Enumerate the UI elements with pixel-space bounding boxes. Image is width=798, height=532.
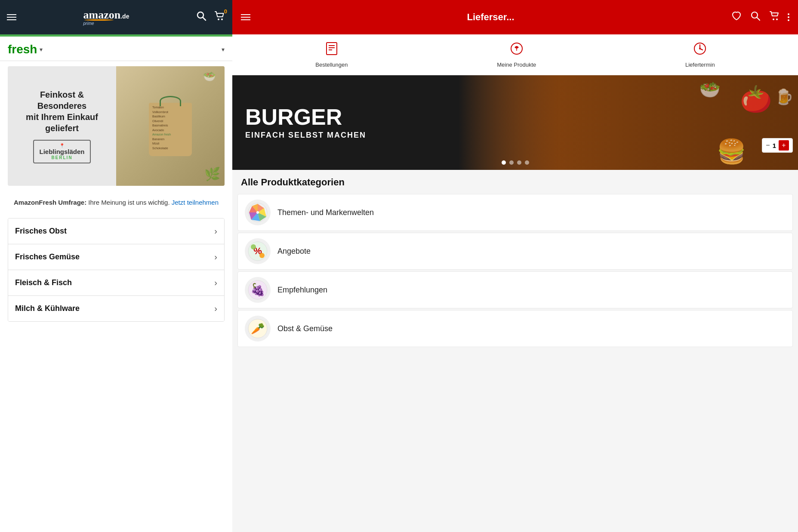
- svg-point-7: [776, 18, 778, 20]
- category-label-milch: Milch & Kühlware: [15, 304, 80, 313]
- svg-line-5: [757, 18, 760, 21]
- search-button[interactable]: [196, 11, 206, 24]
- banner-left-content: Feinkost & Besonderes mit Ihrem Einkauf …: [8, 66, 116, 186]
- chevron-icon-gemuese: ›: [214, 252, 217, 262]
- svg-text:🍇: 🍇: [250, 283, 265, 297]
- meine-produkte-icon: [509, 41, 524, 59]
- right-search-icon[interactable]: [750, 10, 761, 24]
- nav-icons-row: Bestellungen Meine Produkte: [232, 34, 798, 75]
- banner-title: Feinkost & Besonderes mit Ihrem Einkauf …: [16, 89, 108, 134]
- themen-icon: [245, 200, 271, 225]
- category-list: Frisches Obst › Frisches Gemüse › Fleisc…: [8, 218, 225, 322]
- obst-gemuese-label: Obst & Gemüse: [277, 324, 333, 333]
- badge-city: BERLIN: [39, 155, 84, 160]
- more-options-icon[interactable]: [788, 13, 789, 21]
- banner-dot-4[interactable]: [525, 160, 529, 165]
- add-to-cart-button[interactable]: +: [779, 140, 789, 151]
- svg-point-16: [699, 48, 701, 49]
- svg-point-6: [773, 18, 774, 20]
- add-to-cart-widget: − 1 +: [762, 138, 793, 153]
- meine-produkte-label: Meine Produkte: [497, 62, 536, 68]
- svg-point-22: [259, 253, 265, 258]
- banner-dot-3[interactable]: [517, 160, 521, 165]
- cart-button[interactable]: 0: [213, 10, 225, 25]
- lieblingslaeden-badge: 📍 Lieblingsläden BERLIN: [33, 140, 90, 163]
- category-item-empfehlungen[interactable]: 🍇 Empfehlungen: [237, 271, 793, 308]
- wishlist-icon[interactable]: [731, 10, 742, 24]
- angebote-icon: %: [245, 238, 271, 264]
- bestellungen-icon: [324, 41, 339, 59]
- burger-banner: BURGER EINFACH SELBST MACHEN 🍅 🍔 🥗 🍺 − 1…: [232, 75, 798, 170]
- prime-label: prime: [83, 21, 94, 26]
- category-item-angebote[interactable]: % Angebote: [237, 233, 793, 270]
- liefertermin-label: Liefertermin: [685, 62, 715, 68]
- svg-line-1: [203, 18, 206, 21]
- right-hamburger-icon[interactable]: [241, 14, 250, 20]
- angebote-label: Angebote: [277, 247, 311, 256]
- cart-badge: 0: [224, 8, 227, 15]
- amazon-logo[interactable]: amazon .de prime: [22, 9, 191, 26]
- category-item-fleisch[interactable]: Fleisch & Fisch ›: [8, 270, 224, 296]
- banner-dot-1[interactable]: [502, 160, 506, 165]
- survey-bold-text: AmazonFresh Umfrage:: [14, 199, 86, 206]
- product-categories: Themen- und Markenwelten % Angebote 🍇 E: [232, 192, 798, 357]
- svg-point-2: [218, 18, 219, 20]
- category-label-fleisch: Fleisch & Fisch: [15, 278, 72, 287]
- themen-label: Themen- und Markenwelten: [277, 208, 374, 217]
- category-item-themen[interactable]: Themen- und Markenwelten: [237, 194, 793, 231]
- badge-pin-icon: 📍: [39, 143, 84, 148]
- remove-from-cart-button[interactable]: −: [766, 141, 770, 149]
- chevron-icon-fleisch: ›: [214, 278, 217, 288]
- survey-section: AmazonFresh Umfrage: Ihre Meinung ist un…: [0, 191, 232, 215]
- fresh-dropdown-arrow[interactable]: ▾: [40, 46, 43, 53]
- alle-produktkategorien-title: Alle Produktkategorien: [232, 170, 798, 192]
- cart-quantity: 1: [773, 142, 776, 149]
- banner-right-content: Tomaten Vollkornbrot Basilikum Olivenöl …: [116, 66, 225, 186]
- hamburger-menu-icon[interactable]: [7, 14, 16, 20]
- right-header-icons: [731, 10, 789, 24]
- survey-normal-text: Ihre Meinung ist uns wichtig.: [88, 199, 169, 206]
- banner-dots: [502, 160, 529, 165]
- banner-dot-2[interactable]: [509, 160, 514, 165]
- badge-name: Lieblingsläden: [39, 148, 84, 155]
- svg-point-3: [221, 18, 223, 20]
- nav-bestellungen[interactable]: Bestellungen: [315, 41, 348, 68]
- category-item-gemuese[interactable]: Frisches Gemüse ›: [8, 244, 224, 270]
- left-panel: amazon .de prime 0: [0, 0, 232, 532]
- category-label-obst: Frisches Obst: [15, 227, 67, 236]
- right-panel: Lieferser...: [232, 0, 798, 532]
- bestellungen-label: Bestellungen: [315, 62, 348, 68]
- chevron-icon-milch: ›: [214, 304, 217, 314]
- category-item-obst[interactable]: Frisches Obst ›: [8, 218, 224, 244]
- breadcrumb: fresh ▾ ▾: [0, 37, 232, 61]
- svg-rect-8: [327, 43, 337, 55]
- burger-text-area: BURGER EINFACH SELBST MACHEN: [232, 93, 379, 153]
- left-header: amazon .de prime 0: [0, 0, 232, 34]
- chevron-icon-obst: ›: [214, 226, 217, 236]
- left-header-icons: 0: [196, 10, 225, 25]
- survey-link[interactable]: Jetzt teilnehmen: [172, 199, 219, 206]
- svg-point-21: [251, 244, 256, 249]
- burger-food-image: 🍅 🍔 🥗 🍺: [459, 75, 798, 170]
- category-label-gemuese: Frisches Gemüse: [15, 252, 80, 261]
- right-header: Lieferser...: [232, 0, 798, 34]
- liefertermin-icon: [693, 41, 707, 59]
- amazon-smile-line: [84, 19, 114, 21]
- burger-big-title: BURGER: [245, 106, 366, 128]
- nav-liefertermin[interactable]: Liefertermin: [685, 41, 715, 68]
- obst-gemuese-icon: 🥕: [245, 316, 271, 341]
- svg-text:🥕: 🥕: [251, 322, 265, 335]
- empfehlungen-label: Empfehlungen: [277, 286, 327, 295]
- fresh-label[interactable]: fresh: [8, 43, 37, 56]
- empfehlungen-icon: 🍇: [245, 277, 271, 303]
- category-dropdown-arrow[interactable]: ▾: [222, 46, 225, 53]
- right-app-title: Lieferser...: [256, 12, 725, 23]
- promo-banner: Feinkost & Besonderes mit Ihrem Einkauf …: [8, 66, 225, 186]
- svg-point-18: [256, 211, 259, 214]
- right-cart-icon[interactable]: [769, 10, 780, 24]
- category-item-milch[interactable]: Milch & Kühlware ›: [8, 296, 224, 321]
- category-item-obst-gemuese[interactable]: 🥕 Obst & Gemüse: [237, 310, 793, 347]
- nav-meine-produkte[interactable]: Meine Produkte: [497, 41, 536, 68]
- amazon-de-text: .de: [120, 13, 129, 20]
- burger-sub-title: EINFACH SELBST MACHEN: [245, 131, 366, 140]
